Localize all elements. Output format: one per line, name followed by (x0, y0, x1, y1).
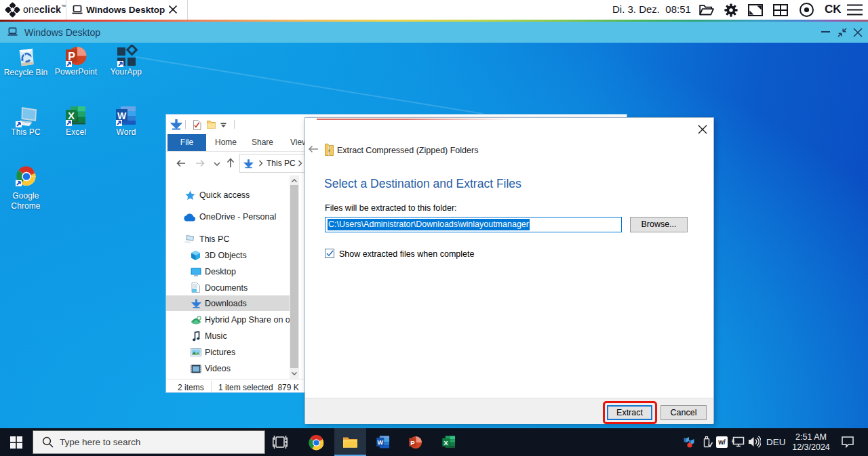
svg-text:W: W (117, 110, 127, 121)
svg-text:P: P (410, 439, 415, 447)
svg-text:W: W (378, 439, 384, 446)
svg-text:X: X (443, 439, 448, 447)
svg-text:P: P (68, 51, 75, 62)
svg-text:X: X (68, 110, 75, 121)
